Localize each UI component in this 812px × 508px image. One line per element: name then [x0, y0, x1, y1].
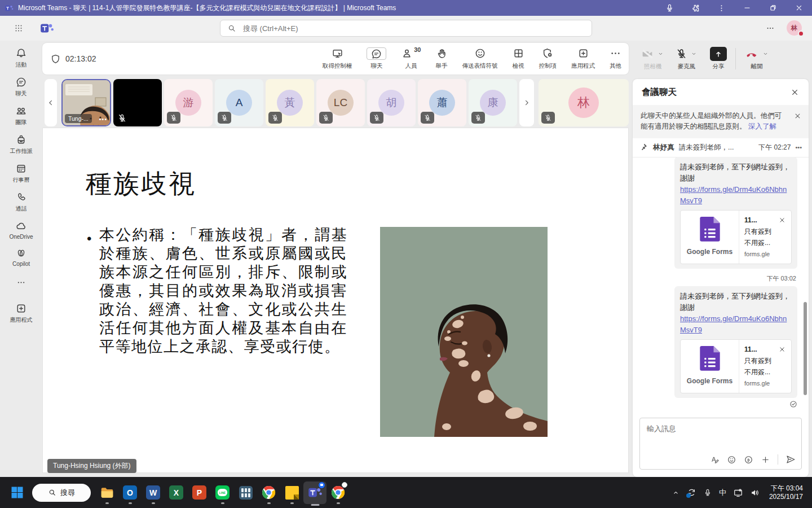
titlebar-more-icon[interactable] — [708, 0, 734, 16]
taskbar-excel[interactable]: X — [165, 480, 188, 506]
tray-sync-icon[interactable] — [687, 488, 696, 497]
card-close-icon[interactable] — [778, 216, 786, 224]
taskbar-powerpoint[interactable]: P — [188, 480, 211, 506]
sidebar-item-calls[interactable]: 通話 — [0, 191, 42, 213]
chevron-down-icon[interactable] — [690, 50, 698, 58]
taskbar-chrome-profile[interactable] — [326, 480, 350, 506]
sidebar-item-onedrive[interactable]: OneDrive — [0, 220, 42, 240]
more-actions-button[interactable]: 其他 — [602, 43, 629, 75]
chevron-down-icon[interactable] — [762, 50, 769, 58]
titlebar-mic-icon[interactable] — [656, 0, 682, 16]
participant-video-tile[interactable]: Tung-... ••• — [61, 79, 111, 126]
emoji-icon[interactable] — [727, 455, 736, 465]
sidebar-item-more[interactable] — [0, 278, 42, 287]
sidebar-item-copilot[interactable]: Copilot — [0, 247, 42, 267]
google-forms-icon — [700, 346, 720, 373]
word-icon: W — [146, 485, 160, 500]
self-participant-tile[interactable]: 林 — [539, 79, 629, 126]
meeting-timer: 02:13:02 — [50, 54, 96, 64]
message-link[interactable]: https://forms.gle/Drm4uKo6NbhnMsvT9 — [680, 313, 792, 336]
mic-off-icon — [676, 48, 687, 60]
start-button[interactable] — [10, 485, 24, 500]
chat-close-icon[interactable] — [790, 87, 800, 97]
waffle-menu-icon[interactable] — [14, 23, 24, 33]
participant-tile[interactable]: LC — [316, 79, 365, 126]
learn-more-link[interactable]: 深入了解 — [748, 122, 776, 130]
taskbar-stickynotes[interactable] — [280, 480, 303, 506]
card-close-icon[interactable] — [778, 345, 786, 353]
taskbar-clock[interactable]: 下午 03:04 2025/10/17 — [769, 484, 803, 501]
participant-strip: Tung-... ••• 游 A 黃 LC 胡 蕭 康 林 — [42, 78, 629, 128]
taskbar-line[interactable]: LINE — [211, 480, 234, 506]
minimize-button[interactable] — [734, 0, 760, 16]
message-input[interactable] — [640, 418, 801, 446]
message-composer[interactable] — [639, 418, 802, 470]
sidebar-item-chat[interactable]: 聊天 — [0, 76, 42, 98]
people-button[interactable]: 30人員 — [394, 43, 428, 75]
participant-tile[interactable]: 蕭 — [418, 79, 466, 126]
chat-scrollbar[interactable] — [804, 302, 807, 395]
chat-toggle-button[interactable]: 聊天 — [359, 43, 394, 75]
scroll-left-button[interactable] — [45, 79, 57, 126]
mic-button[interactable]: 麥克風 — [672, 47, 701, 71]
taskbar-chrome[interactable] — [257, 480, 280, 506]
restore-button[interactable] — [760, 0, 786, 16]
loop-icon[interactable] — [744, 455, 753, 465]
format-icon[interactable] — [710, 455, 720, 465]
take-control-button[interactable]: 取得控制權 — [315, 43, 360, 75]
attach-plus-icon[interactable] — [761, 455, 770, 465]
sidebar-item-assignments[interactable]: 工作指派 — [0, 134, 42, 155]
tray-speaker-icon[interactable] — [750, 488, 760, 498]
link-preview-card[interactable]: Google Forms 11... 只有簽到 不用簽... forms.gle — [680, 339, 792, 393]
titlebar-addons-icon[interactable] — [682, 0, 708, 16]
participant-tile[interactable]: 游 — [164, 79, 213, 126]
leave-button[interactable]: 離開 — [740, 47, 773, 71]
meeting-toolbar: 02:13:02 取得控制權 聊天 30人員 舉手 傳送表情符號 檢視 控制項 … — [42, 43, 629, 75]
sidebar-item-teams[interactable]: 團隊 — [0, 105, 42, 126]
link-preview-card[interactable]: Google Forms 11... 只有簽到 不用簽... forms.gle — [680, 210, 792, 264]
close-button[interactable] — [786, 0, 812, 16]
notice-close-icon[interactable] — [793, 112, 802, 120]
button-label: 舉手 — [436, 62, 448, 70]
message-list[interactable]: 請未簽到老師，至下列網址簽到，謝謝 https://forms.gle/Drm4… — [633, 151, 809, 417]
tile-more-icon[interactable]: ••• — [99, 116, 107, 122]
meeting-apps-button[interactable]: 應用程式 — [564, 43, 602, 75]
taskbar-word[interactable]: W — [142, 480, 165, 506]
header-more-icon[interactable] — [766, 24, 775, 33]
message-link[interactable]: https://forms.gle/Drm4uKo6NbhnMsvT9 — [680, 184, 792, 207]
sidebar-item-apps[interactable]: 應用程式 — [0, 303, 42, 324]
controls-button[interactable]: 控制項 — [532, 43, 564, 75]
camera-button[interactable]: 照相機 — [637, 47, 668, 71]
mic-off-icon — [322, 114, 330, 122]
sidebar-label: Copilot — [12, 261, 30, 267]
tray-mic-icon[interactable] — [703, 488, 712, 497]
sidebar-item-activity[interactable]: 活動 — [0, 47, 42, 69]
chevron-down-icon[interactable] — [657, 50, 664, 58]
participant-tile[interactable]: 黃 — [266, 79, 314, 126]
raise-hand-button[interactable]: 舉手 — [429, 43, 455, 75]
tray-chevron-up-icon[interactable] — [672, 488, 680, 497]
tray-network-icon[interactable] — [733, 488, 743, 498]
taskbar-outlook[interactable]: O — [118, 480, 142, 506]
sidebar-item-calendar[interactable]: 行事曆 — [0, 163, 42, 184]
pinned-more-icon[interactable]: ••• — [795, 144, 802, 151]
send-icon[interactable] — [785, 454, 796, 465]
camera-off-icon — [641, 48, 654, 60]
taskbar-search[interactable]: 搜尋 — [32, 484, 91, 502]
participant-tile[interactable]: A — [215, 79, 263, 126]
search-bar[interactable] — [220, 20, 592, 37]
more-icon — [610, 47, 621, 59]
participant-tile-camera-off[interactable] — [113, 79, 162, 126]
share-button[interactable]: 分享 — [706, 47, 731, 71]
taskbar-explorer[interactable] — [95, 480, 118, 506]
ime-indicator[interactable]: 中 — [719, 488, 726, 498]
search-input[interactable] — [242, 24, 585, 33]
taskbar-teams[interactable] — [303, 481, 326, 504]
participant-tile[interactable]: 胡 — [367, 79, 416, 126]
reactions-button[interactable]: 傳送表情符號 — [455, 43, 505, 75]
app-sidebar: 活動 聊天 團隊 工作指派 行事曆 通話 OneDrive Copilot 應用… — [0, 41, 42, 477]
taskbar-calculator[interactable] — [234, 480, 257, 506]
participant-tile[interactable]: 康 — [469, 79, 517, 126]
view-button[interactable]: 檢視 — [505, 43, 532, 75]
scroll-right-button[interactable] — [519, 79, 534, 126]
